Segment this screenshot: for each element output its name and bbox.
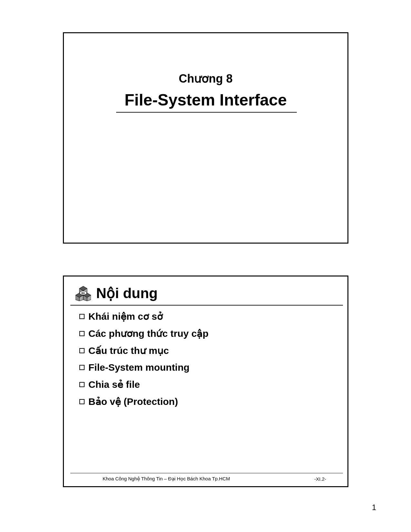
list-item-text: Bảo vệ (Protection)	[88, 396, 178, 407]
bullet-icon	[79, 365, 85, 370]
list-item-text: Chia sẻ file	[88, 379, 140, 390]
list-item: Chia sẻ file	[79, 379, 208, 390]
list-item: Bảo vệ (Protection)	[79, 396, 208, 407]
slide2-header: BK Nội dung	[75, 285, 158, 301]
page-number: 1	[372, 503, 376, 512]
contents-title: Nội dung	[96, 285, 158, 301]
slide-2: BK Nội dung Khái niệm cơ sở Các phương t…	[63, 276, 348, 487]
list-item-text: File-System mounting	[88, 362, 189, 373]
list-item-text: Các phương thức truy cập	[88, 328, 208, 339]
header-underline	[70, 305, 343, 306]
footer-slide-number: -XI.2-	[314, 476, 326, 482]
slide-1: Chương 8 File-System Interface	[63, 32, 348, 244]
bullet-icon	[79, 331, 85, 336]
list-item-text: Cấu trúc thư mục	[88, 345, 169, 356]
slide-title: File-System Interface	[64, 91, 347, 109]
bullet-icon	[79, 399, 85, 404]
chapter-label: Chương 8	[64, 72, 347, 85]
bullet-icon	[79, 382, 85, 387]
list-item: Cấu trúc thư mục	[79, 345, 208, 356]
title-underline	[116, 112, 297, 113]
bullet-icon	[79, 314, 85, 319]
list-item: Các phương thức truy cập	[79, 328, 208, 339]
cube-logo-icon: BK	[75, 286, 91, 301]
footer-text: Khoa Công Nghệ Thông Tin – Đại Học Bách …	[103, 476, 230, 482]
list-item: Khái niệm cơ sở	[79, 311, 208, 322]
contents-list: Khái niệm cơ sở Các phương thức truy cập…	[79, 311, 208, 413]
svg-text:BK: BK	[81, 292, 85, 295]
footer-line	[70, 473, 343, 473]
list-item: File-System mounting	[79, 362, 208, 373]
bullet-icon	[79, 348, 85, 353]
list-item-text: Khái niệm cơ sở	[88, 311, 163, 322]
